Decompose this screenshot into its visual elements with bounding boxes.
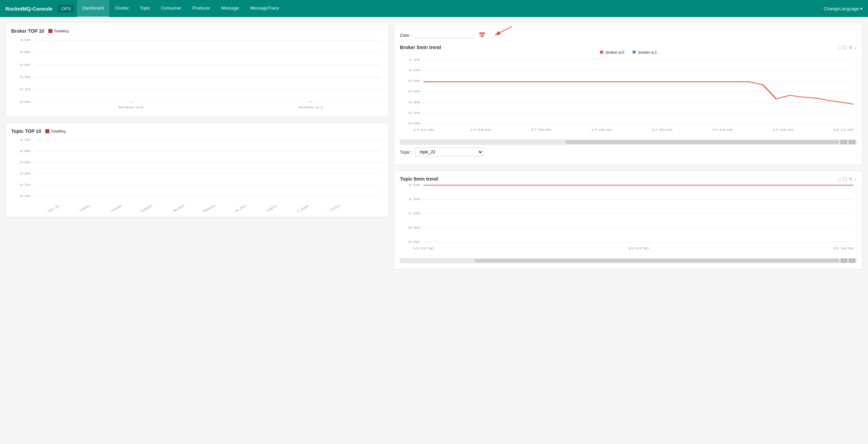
- svg-text:17:28:00: 17:28:00: [591, 128, 612, 132]
- svg-text:0.80: 0.80: [20, 149, 31, 153]
- broker-legend-dot: [48, 29, 52, 33]
- nav-item-cluster[interactable]: Cluster: [109, 0, 134, 17]
- svg-line-39: [495, 27, 512, 35]
- topic-scroll-right-btn[interactable]: =: [849, 259, 855, 263]
- arrow-annotation: [488, 25, 515, 39]
- chart-icon-download[interactable]: ↓: [855, 45, 857, 50]
- topic-top10-svg: 1.00 0.80 0.60 0.40 0.20 0.00 topic_22 A…: [11, 137, 383, 212]
- chart-icon-refresh[interactable]: ↻: [849, 45, 853, 50]
- navbar: RocketMQ-Console OPS Dashboard Cluster T…: [0, 0, 868, 17]
- svg-text:broker-a:0: broker-a:0: [119, 105, 143, 109]
- svg-text:1.00: 1.00: [408, 212, 420, 215]
- svg-text:17:24:00: 17:24:00: [470, 128, 491, 132]
- broker-5min-svg: 1.20 1.00 0.80 0.60 0.40 0.20 0.00: [400, 56, 857, 138]
- svg-text:ED_EVENT: ED_EVENT: [133, 204, 154, 212]
- svg-text:0.40: 0.40: [20, 75, 31, 79]
- svg-text:0.00: 0.00: [408, 122, 420, 125]
- svg-text:15:32:30: 15:32:30: [413, 247, 434, 250]
- broker-chart-scrollbar: = =: [400, 139, 857, 145]
- topic-select[interactable]: topic_22 ALE_TOPIC my-cluster ED_EVENT: [415, 148, 483, 156]
- legend-broker-a1-dot: [632, 50, 636, 54]
- svg-text:17:32:00: 17:32:00: [712, 128, 733, 132]
- nav-item-message[interactable]: Message: [216, 0, 245, 17]
- svg-text:17:30:00: 17:30:00: [652, 128, 672, 132]
- svg-text:0.00: 0.00: [408, 240, 420, 244]
- svg-text:17:22:00: 17:22:00: [413, 128, 434, 132]
- svg-text:SST_TOPIC: SST_TOPIC: [257, 204, 279, 212]
- svg-text:0.40: 0.40: [20, 172, 31, 175]
- change-language-button[interactable]: ChangeLanguage ▾: [824, 6, 863, 11]
- svg-text:15:33:30: 15:33:30: [628, 247, 649, 250]
- nav-item-dashboard[interactable]: Dashboard: [77, 0, 110, 17]
- right-panel: Date : 📅 Broker 5min trend □: [394, 22, 863, 439]
- left-panel: Broker TOP 10 TotalMsg 1.00 0.80 0.60 0.…: [5, 22, 389, 439]
- svg-text:0.80: 0.80: [408, 79, 420, 83]
- date-input[interactable]: [415, 32, 476, 39]
- svg-text:1.00: 1.00: [20, 38, 31, 42]
- svg-text:0.50: 0.50: [408, 226, 420, 230]
- svg-text:2.00: 2.00: [408, 183, 420, 187]
- scroll-thumb[interactable]: [566, 140, 839, 144]
- svg-text:18:11:00: 18:11:00: [833, 128, 854, 132]
- topic-scroll-left-btn[interactable]: =: [840, 259, 847, 263]
- svg-text:1.00: 1.00: [20, 138, 31, 141]
- broker-5min-chart: 1.20 1.00 0.80 0.60 0.40 0.20 0.00: [400, 56, 857, 138]
- topic-top10-chart: 1.00 0.80 0.60 0.40 0.20 0.00 topic_22 A…: [11, 137, 383, 212]
- svg-text:0.20: 0.20: [20, 183, 31, 186]
- svg-text:17:26:00: 17:26:00: [531, 128, 551, 132]
- svg-rect-15: [310, 101, 312, 102]
- broker-trend-header: Broker 5min trend □ ☐ ↻ ↓: [400, 45, 857, 50]
- svg-text:TOPIC_XXXX: TOPIC_XXXX: [317, 204, 341, 212]
- svg-text:0.60: 0.60: [408, 90, 420, 93]
- svg-text:15:34:30: 15:34:30: [833, 247, 854, 250]
- topic-5min-svg: 2.00 1.50 1.00 0.50 0.00 15:32:30 15:33:…: [400, 182, 857, 257]
- svg-text:ALE_TOPIC: ALE_TOPIC: [70, 204, 92, 212]
- nav-item-consumer[interactable]: Consumer: [156, 0, 187, 17]
- legend-broker-a0-label: broker-a:0: [606, 50, 624, 55]
- chart-icons-topic: □ ☐ ↻ ↓: [838, 177, 857, 182]
- svg-text:hmak-test: hmak-test: [167, 204, 186, 212]
- topic-chart-icon-refresh[interactable]: ↻: [849, 177, 853, 182]
- legend-broker-a1-label: broker-a:1: [638, 50, 657, 55]
- svg-text:test_001: test_001: [231, 204, 248, 212]
- chart-icon-expand[interactable]: □: [838, 45, 841, 50]
- ops-label[interactable]: OPS: [58, 5, 74, 13]
- nav-item-messagetrace[interactable]: MessageTrace: [244, 0, 285, 17]
- broker-legend: broker-a:0 broker-a:1: [400, 50, 857, 55]
- svg-text:1.20: 1.20: [408, 58, 420, 61]
- broker-top10-title: Broker TOP 10 TotalMsg: [11, 28, 383, 34]
- calendar-icon[interactable]: 📅: [479, 32, 485, 39]
- svg-text:broker-a:1: broker-a:1: [299, 105, 323, 109]
- topic-chart-scrollbar: = =: [400, 258, 857, 263]
- svg-text:0.40: 0.40: [408, 100, 420, 104]
- topic-trend-card: Topic 5min trend □ ☐ ↻ ↓ 2.00 1.50 1.00 …: [394, 170, 863, 269]
- main-container: Broker TOP 10 TotalMsg 1.00 0.80 0.60 0.…: [0, 17, 868, 444]
- topic-chart-icon-download[interactable]: ↓: [855, 177, 857, 182]
- svg-text:1.00: 1.00: [408, 68, 420, 72]
- svg-text:TBW102: TBW102: [200, 204, 216, 212]
- chart-icon-resize[interactable]: ☐: [843, 45, 847, 50]
- date-row: Date : 📅: [400, 28, 857, 42]
- nav-item-topic[interactable]: Topic: [134, 0, 156, 17]
- svg-text:0.00: 0.00: [20, 194, 31, 198]
- broker-top10-svg: 1.00 0.80 0.60 0.40 0.20 0.00 broker-a:0…: [11, 36, 383, 111]
- topic-trend-header: Topic 5min trend □ ☐ ↻ ↓: [400, 176, 857, 182]
- broker-top10-chart: 1.00 0.80 0.60 0.40 0.20 0.00 broker-a:0…: [11, 36, 383, 111]
- scroll-left-btn[interactable]: =: [840, 140, 847, 144]
- svg-text:0.20: 0.20: [408, 111, 420, 114]
- date-label: Date :: [400, 33, 412, 38]
- scroll-right-btn[interactable]: =: [849, 140, 855, 144]
- topic-chart-icon-resize[interactable]: ☐: [843, 177, 847, 182]
- svg-text:0.60: 0.60: [20, 63, 31, 66]
- svg-text:0.00: 0.00: [20, 100, 31, 104]
- topic-label: Topic :: [400, 150, 413, 155]
- topic-top10-title: Topic TOP 10 TotalMsg: [11, 128, 383, 134]
- brand-label: RocketMQ-Console: [5, 6, 52, 12]
- broker-top10-card: Broker TOP 10 TotalMsg 1.00 0.80 0.60 0.…: [5, 22, 389, 117]
- topic-trend-title: Topic 5min trend: [400, 176, 438, 182]
- topic-scroll-thumb[interactable]: [475, 259, 839, 262]
- topic-chart-icon-expand[interactable]: □: [838, 177, 841, 182]
- nav-item-producer[interactable]: Producer: [187, 0, 216, 17]
- svg-rect-14: [130, 101, 132, 102]
- svg-text:0.60: 0.60: [20, 160, 31, 164]
